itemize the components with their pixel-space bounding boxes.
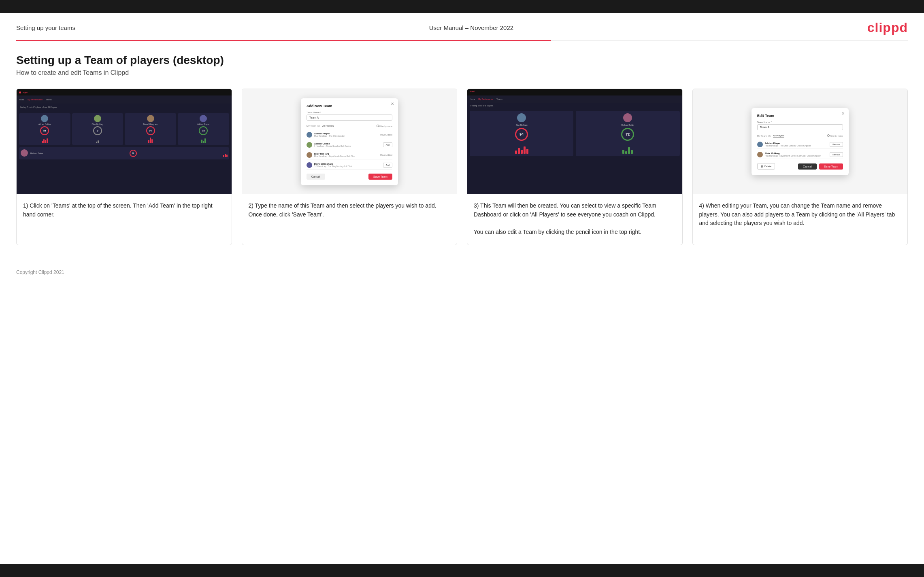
bar	[96, 142, 97, 143]
tab-my-team[interactable]: My Team (2)	[307, 124, 320, 128]
edit-tab-all-players[interactable]: All Players	[773, 134, 784, 138]
card-2-text: 2) Type the name of this Team and then s…	[242, 194, 457, 245]
mock-bars-3	[148, 137, 153, 143]
header-left-text: Setting up your teams	[16, 24, 75, 31]
remove-player-btn-2[interactable]: Remove	[830, 152, 843, 157]
mock-big-player-2: Richard Butler 72	[576, 111, 679, 156]
player-info-4: Dave Billingham 5.8 Handicap · The Stag …	[314, 163, 381, 168]
mock-player-4: Adrian Player 78	[178, 113, 229, 145]
header-center-text: User Manual – November 2022	[429, 24, 513, 31]
player-avatar-1	[307, 132, 312, 138]
card-4-text: 4) When editing your Team, you can chang…	[693, 194, 908, 245]
mock-team-top: clippd	[467, 89, 682, 95]
player-row-2: Adrian Coliba 1 Handicap · Central Londo…	[307, 141, 392, 149]
player-list: Adrian Player Plus Handicap · The Shire …	[307, 131, 392, 170]
player-row-4: Dave Billingham 5.8 Handicap · The Stag …	[307, 161, 392, 170]
mock-name-5: Richard Butler	[30, 152, 43, 155]
mock-team-content: Blair McHarg 94	[467, 108, 682, 159]
player-avatar-3	[307, 152, 312, 158]
edit-player-info-1: Adrian Player Plus Handicap · The Shire …	[765, 142, 828, 147]
card-3-text: 3) This Team will then be created. You c…	[467, 194, 682, 245]
save-team-button[interactable]: Save Team	[368, 174, 392, 180]
page-content: Setting up a Team of players (desktop) H…	[0, 41, 924, 265]
player-status-1: Player Added	[380, 134, 392, 136]
tab-all-players[interactable]: All Players	[322, 124, 334, 128]
footer: Copyright Clippd 2021	[0, 265, 924, 283]
bar	[148, 140, 149, 143]
team-name-input[interactable]: Team A	[307, 115, 392, 121]
bar	[151, 139, 153, 143]
add-new-team-dialog: Add New Team ✕ Team Name * Team A My Tea…	[301, 98, 398, 185]
field-label: Team Name *	[307, 111, 392, 114]
edit-dialog-close-icon[interactable]: ✕	[841, 111, 845, 116]
bar	[518, 148, 520, 154]
mock-name-1: Adrian Collins	[38, 123, 51, 125]
player-info-1: Adrian Player Plus Handicap · The Shire …	[314, 132, 378, 137]
trash-icon: 🗑	[761, 165, 763, 168]
card-1: clippd Home My Performance Teams Finding…	[16, 89, 232, 245]
header: Setting up your teams User Manual – Nove…	[0, 13, 924, 40]
mock-bars-1	[42, 137, 48, 143]
mock-avatar-4	[200, 115, 207, 122]
mock-dashboard-1: clippd Home My Performance Teams Finding…	[17, 89, 232, 194]
mock-nav-my-perf: My Performance	[28, 98, 43, 101]
bar	[625, 151, 627, 154]
bar	[45, 140, 46, 143]
mock-nav-home: Home	[19, 98, 24, 101]
page-subtitle: How to create and edit Teams in Clippd	[16, 69, 908, 76]
player-row-3: Blair McHarg Plus Handicap · Royal North…	[307, 151, 392, 159]
edit-player-list: Adrian Player Plus Handicap · The Shire …	[757, 140, 843, 159]
remove-player-btn-1[interactable]: Remove	[830, 142, 843, 147]
mock-nav-teams: Teams	[46, 98, 52, 101]
edit-player-club-1: Plus Handicap · The Shire London, United…	[765, 144, 828, 147]
bar	[47, 138, 48, 143]
bar	[43, 139, 45, 143]
edit-team-dialog: Edit Team ✕ Team Name * Team A My Team (…	[752, 108, 849, 175]
card-1-screenshot: clippd Home My Performance Teams Finding…	[17, 89, 232, 194]
player-info-3: Blair McHarg Plus Handicap · Royal North…	[314, 153, 378, 157]
mock-name-3: Dave Billingham	[143, 123, 158, 125]
dialog-footer: Cancel Save Team	[307, 174, 392, 180]
edit-filter-checkbox[interactable]	[827, 134, 830, 137]
mock-bars-2	[96, 137, 99, 143]
edit-dialog-tabs: My Team (2) All Players Filter by name	[757, 134, 843, 138]
mock-avatar-1	[41, 115, 48, 122]
bar	[98, 140, 99, 143]
player-status-3: Player Added	[380, 154, 392, 156]
dialog-tabs: My Team (2) All Players Filter by name	[307, 124, 392, 128]
clippd-logo: clippd	[867, 20, 908, 35]
cards-grid: clippd Home My Performance Teams Finding…	[16, 89, 908, 245]
edit-tab-my-team[interactable]: My Team (2)	[757, 134, 771, 138]
mock-score-3: 94	[146, 126, 155, 135]
add-player-btn-2[interactable]: Add	[383, 142, 392, 147]
dialog-close-icon[interactable]: ✕	[391, 102, 394, 106]
mock-avatar-2	[94, 115, 101, 122]
edit-cancel-button[interactable]: Cancel	[798, 163, 817, 170]
filter-checkbox[interactable]	[377, 125, 379, 127]
edit-dialog-footer: 🗑 Delete Cancel Save Team	[757, 163, 843, 170]
bar	[223, 155, 224, 157]
bar	[226, 155, 228, 157]
mock-player-5: Richard Butler 72	[19, 147, 229, 159]
mock-big-bars-1	[515, 144, 528, 154]
edit-dialog-title: Edit Team	[757, 114, 843, 118]
add-player-btn-4[interactable]: Add	[383, 163, 392, 168]
mock-big-avatar-2	[623, 113, 632, 122]
bar	[628, 147, 630, 154]
page-title: Setting up a Team of players (desktop)	[16, 54, 908, 67]
filter-by-name: Filter by name	[377, 125, 392, 127]
mock-topbar: clippd	[17, 89, 232, 95]
player-club-2: 1 Handicap · Central London Golf Centre	[314, 145, 381, 147]
bar	[515, 151, 517, 154]
delete-button[interactable]: 🗑 Delete	[757, 163, 775, 170]
mock-team-dashboard: clippd Home My Performance Teams Finding…	[467, 89, 682, 194]
edit-save-team-button[interactable]: Save Team	[819, 163, 843, 170]
mock-team-nav: Home My Performance Teams	[467, 95, 682, 103]
cancel-button[interactable]: Cancel	[307, 174, 325, 180]
edit-team-name-input[interactable]: Team A	[757, 124, 843, 130]
mock-big-name-2: Richard Butler	[622, 124, 634, 126]
mock-score-4: 78	[199, 126, 208, 135]
edit-player-row-2: Blair McHarg Plus Handicap · Royal North…	[757, 151, 843, 159]
mock-avatar-5	[21, 149, 28, 157]
card-4: Edit Team ✕ Team Name * Team A My Team (…	[692, 89, 908, 245]
